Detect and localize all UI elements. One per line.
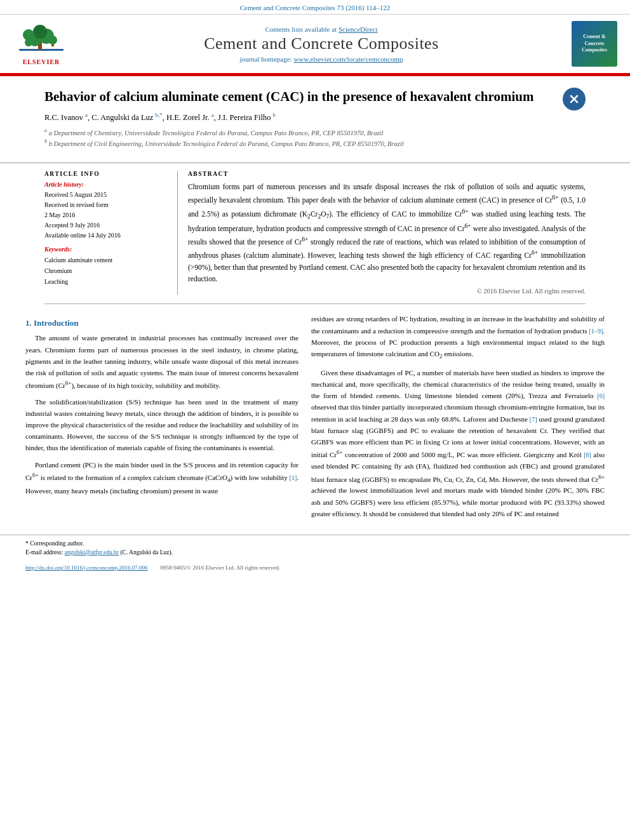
footer-bar: http://dx.doi.org/10.1016/j.cemconcomp.2… <box>0 562 630 573</box>
body-right-column: residues are strong retarders of PC hydr… <box>311 313 605 524</box>
article-history-label: Article history: <box>44 181 167 188</box>
contents-available-text: Contents lists available at ScienceDirec… <box>83 25 560 33</box>
abstract-text: Chromium forms part of numerous processe… <box>188 181 586 284</box>
article-info-label: ARTICLE INFO <box>44 171 167 177</box>
section-divider <box>44 303 586 304</box>
homepage-url[interactable]: www.elsevier.com/locate/cemconcomp <box>293 55 403 63</box>
article-info-column: ARTICLE INFO Article history: Received 5… <box>44 171 178 295</box>
journal-ref-text: Cement and Concrete Composites 73 (2016)… <box>240 4 391 11</box>
body-content: 1. Introduction The amount of waste gene… <box>0 313 630 524</box>
article-title: Behavior of calcium aluminate cement (CA… <box>44 88 586 105</box>
body-left-column: 1. Introduction The amount of waste gene… <box>25 313 298 524</box>
article-info-abstract-section: ARTICLE INFO Article history: Received 5… <box>0 163 630 295</box>
abstract-column: ABSTRACT Chromium forms part of numerous… <box>188 171 586 295</box>
abstract-label: ABSTRACT <box>188 171 586 177</box>
keyword-3: Leaching <box>44 276 167 287</box>
elsevier-logo-area: ELSEVIER <box>13 22 70 65</box>
available-online-date: Available online 14 July 2016 <box>44 230 167 241</box>
svg-point-5 <box>33 25 47 39</box>
right-body-text: residues are strong retarders of PC hydr… <box>311 313 605 519</box>
svg-point-9 <box>48 36 57 44</box>
crossmark-badge[interactable] <box>563 88 586 110</box>
journal-logo-area: Cement & Concrete Composites <box>560 21 617 67</box>
revised-date: Received in revised form 2 May 2016 <box>44 200 167 220</box>
copyright-text: © 2016 Elsevier Ltd. All rights reserved… <box>188 288 586 295</box>
journal-logo-icon: Cement & Concrete Composites <box>572 21 617 67</box>
journal-header-center: Contents lists available at ScienceDirec… <box>83 25 560 63</box>
keyword-2: Chromium <box>44 265 167 276</box>
journal-reference-bar: Cement and Concrete Composites 73 (2016)… <box>0 0 630 15</box>
keywords-label: Keywords: <box>44 246 167 253</box>
footnote-section: * Corresponding author. E-mail address: … <box>0 535 630 557</box>
journal-header: ELSEVIER Contents lists available at Sci… <box>0 15 630 74</box>
received-date: Received 5 August 2015 <box>44 190 167 200</box>
doi-link[interactable]: http://dx.doi.org/10.1016/j.cemconcomp.2… <box>25 564 148 571</box>
author-email-link[interactable]: angulski@utfpr.edu.br <box>65 549 119 556</box>
accepted-date: Accepted 9 July 2016 <box>44 220 167 230</box>
crossmark-icon <box>567 92 581 106</box>
elsevier-tree-icon <box>16 22 67 57</box>
elsevier-brand-name: ELSEVIER <box>23 58 60 65</box>
corresponding-author-note: * Corresponding author. E-mail address: … <box>25 539 605 557</box>
intro-heading: 1. Introduction <box>25 318 298 328</box>
intro-para1: The amount of waste generated in industr… <box>25 332 298 496</box>
issn-text: 0958-9465/© 2016 Elsevier Ltd. All right… <box>161 564 280 571</box>
journal-title: Cement and Concrete Composites <box>83 34 560 53</box>
keyword-1: Calcium aluminate cement <box>44 255 167 265</box>
authors-line: R.C. Ivanov a, C. Angulski da Luz b,*, H… <box>44 112 586 123</box>
affiliations: a a Department of Chemistry, Universidad… <box>44 127 586 149</box>
journal-homepage: journal homepage: www.elsevier.com/locat… <box>83 55 560 63</box>
svg-point-10 <box>25 39 32 46</box>
article-title-section: Behavior of calcium aluminate cement (CA… <box>0 76 630 163</box>
science-direct-link[interactable]: ScienceDirect <box>338 25 378 33</box>
